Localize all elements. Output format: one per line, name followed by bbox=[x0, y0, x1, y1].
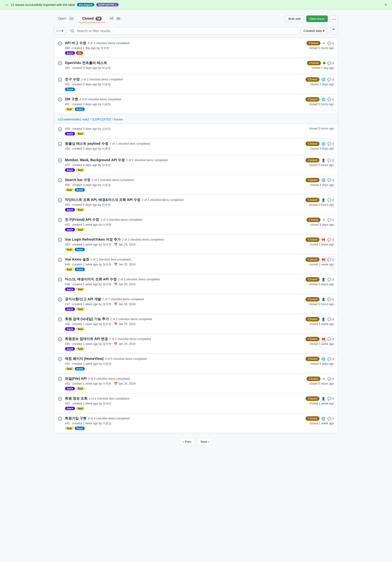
issue-title[interactable]: Member, Mask, Background API 수정 bbox=[65, 158, 125, 162]
tab-all[interactable]: All 68 bbox=[106, 14, 125, 23]
tab-closed[interactable]: Closed 58 bbox=[78, 14, 106, 23]
issue-item: 회원 정보 조회 1 of 1 checklist item completed… bbox=[54, 393, 338, 413]
label-back[interactable]: back bbox=[65, 407, 75, 410]
labels-row: back fix bbox=[65, 51, 292, 55]
issue-title[interactable]: 회원정보 업데이트 API 변경 bbox=[65, 337, 108, 341]
label-feat[interactable]: feat bbox=[76, 387, 85, 390]
issue-right: Closed 💬 0 closed 1 day ago bbox=[295, 61, 334, 70]
issue-title[interactable]: 회원 검색 (닉네임) 기능 추가 bbox=[65, 317, 109, 321]
issue-title[interactable]: OpenVidu 컨트롤러 테스트 bbox=[65, 61, 107, 65]
notification-label1[interactable]: jira-import bbox=[77, 3, 94, 6]
sort-button[interactable]: ▾ bbox=[54, 27, 66, 35]
breadcrumb-project[interactable]: S10P12A702 bbox=[92, 118, 111, 121]
assignee-icon: 👤 bbox=[321, 278, 325, 281]
notification-label2[interactable]: S10P12A702-1 bbox=[96, 3, 119, 6]
label-back[interactable]: back bbox=[65, 327, 75, 331]
label-back[interactable]: back bbox=[65, 347, 75, 351]
issue-title-line: 친구(Friend) API 수정 3 of 3 checklist items… bbox=[65, 218, 292, 222]
label-back[interactable]: back bbox=[65, 228, 75, 231]
issue-meta: #50 · created 1 week ago by 정우헌 · 📅 Jan … bbox=[65, 243, 292, 247]
label-back[interactable]: back bbox=[65, 208, 75, 211]
issue-content: DM 구현 6 of 6 checklist items completed #… bbox=[65, 97, 292, 111]
next-page-button[interactable]: Next › bbox=[197, 438, 213, 445]
label-feat[interactable]: feat bbox=[65, 268, 74, 271]
label-front[interactable]: front bbox=[75, 188, 85, 192]
issue-title[interactable]: Search bar 수정 bbox=[65, 178, 90, 182]
label-feat[interactable]: feat bbox=[65, 427, 74, 430]
sort-direction-button[interactable] bbox=[330, 27, 338, 35]
issue-title[interactable]: 공지사항/신고 API 개발 bbox=[65, 297, 101, 301]
right-icons: Closed 🌐 💬 0 bbox=[306, 178, 334, 182]
label-feat[interactable]: feat bbox=[65, 248, 74, 251]
issue-title[interactable]: 회원 정보 조회 bbox=[65, 396, 87, 401]
issue-content: Vue Axios 설정 1 of 1 checklist item compl… bbox=[65, 257, 292, 271]
assignee-icon: ☀ bbox=[322, 41, 325, 45]
issue-title[interactable]: 마스크, 배경이미지 조회 API 수정 bbox=[65, 277, 117, 282]
issue-title[interactable]: 파일(File) API bbox=[65, 377, 87, 381]
issue-icon bbox=[58, 258, 62, 262]
issue-title[interactable]: Vue Axios 설정 bbox=[65, 257, 89, 262]
prev-page-button[interactable]: ‹ Prev bbox=[179, 438, 195, 445]
notification-close-button[interactable]: × bbox=[384, 2, 387, 7]
label-back[interactable]: back bbox=[65, 307, 75, 311]
label-front[interactable]: front bbox=[75, 248, 85, 251]
comment-icon: 💬 0 bbox=[327, 178, 334, 182]
assignee-icon: 🌐 bbox=[321, 178, 325, 182]
label-front[interactable]: front bbox=[75, 107, 85, 111]
created-date-button[interactable]: Created date ▾ bbox=[300, 27, 328, 34]
label-front[interactable]: front bbox=[65, 88, 75, 91]
label-back[interactable]: back bbox=[65, 51, 75, 55]
issue-title[interactable]: 친구(Friend) API 수정 bbox=[65, 218, 99, 222]
closed-badge: Closed bbox=[306, 198, 319, 202]
issue-right: Closed ☀ 💬 0 closed 5 hours ago bbox=[295, 377, 334, 385]
closed-badge: Closed bbox=[306, 416, 319, 421]
more-actions-button[interactable] bbox=[330, 15, 338, 22]
issue-title[interactable]: 회원가입 구현 bbox=[65, 416, 86, 421]
issue-icon bbox=[58, 61, 62, 66]
label-back[interactable]: back bbox=[65, 288, 75, 291]
label-feat[interactable]: feat bbox=[65, 367, 74, 370]
issue-title[interactable]: Vue Login RefreshToken 저장 추가 bbox=[65, 237, 121, 242]
label-feat[interactable]: feat bbox=[65, 107, 74, 111]
label-feat[interactable]: feat bbox=[76, 288, 85, 291]
label-feat[interactable]: feat bbox=[76, 347, 85, 351]
label-front[interactable]: front bbox=[75, 367, 85, 370]
comment-icon: 💬 0 bbox=[327, 41, 334, 45]
issue-title[interactable]: API 버그 수정 bbox=[65, 41, 86, 45]
issue-title[interactable]: 친구 수정 bbox=[65, 77, 80, 82]
label-feat[interactable]: feat bbox=[76, 228, 85, 231]
label-feat[interactable]: feat bbox=[76, 327, 85, 331]
svg-point-1 bbox=[334, 19, 334, 20]
label-feat[interactable]: feat bbox=[76, 407, 85, 410]
breadcrumb-repo[interactable]: s10-webmobile1-sub2 bbox=[58, 118, 89, 121]
label-front[interactable]: front bbox=[75, 427, 85, 430]
label-back[interactable]: back bbox=[65, 387, 75, 390]
issue-title[interactable]: 차단리스트 조회 API, 배경&마스크 조회 API 수정 bbox=[65, 198, 140, 202]
label-feat[interactable]: feat bbox=[76, 132, 85, 135]
more-icon bbox=[332, 19, 336, 20]
label-feat[interactable]: feat bbox=[65, 188, 74, 192]
label-back[interactable]: back bbox=[65, 132, 75, 135]
issue-item: Member, Mask, Background API 수정 2 of 2 c… bbox=[54, 155, 338, 175]
label-feat[interactable]: feat bbox=[76, 307, 85, 311]
search-input-wrapper bbox=[68, 27, 298, 35]
label-front[interactable]: front bbox=[75, 268, 85, 271]
closed-badge: Closed bbox=[306, 218, 320, 222]
issue-title-line: 차단리스트 조회 API, 배경&마스크 조회 API 수정 2 of 2 ch… bbox=[65, 198, 292, 202]
issue-title[interactable]: 매칭 페이지 (HomeView) bbox=[65, 357, 104, 361]
tab-open[interactable]: Open 10 bbox=[54, 14, 78, 23]
label-back[interactable]: back bbox=[65, 168, 75, 172]
issue-item: 회원정보 업데이트 API 변경 2 of 2 checklist items … bbox=[54, 334, 338, 354]
new-issue-button[interactable]: New issue bbox=[306, 15, 328, 22]
issue-title[interactable]: 동물상 테스트 payload 수정 bbox=[65, 142, 108, 146]
label-feat[interactable]: feat bbox=[76, 208, 85, 211]
issue-right: Closed 👤 💬 0 closed 5 hours ago bbox=[295, 198, 334, 207]
search-input[interactable] bbox=[68, 27, 298, 35]
right-icons: Closed 🌐 💬 0 bbox=[306, 142, 334, 146]
issue-right: Closed 👤 💬 0 closed 1 week ago bbox=[295, 396, 334, 405]
label-fix[interactable]: fix bbox=[76, 51, 83, 55]
issue-title-line: OpenVidu 컨트롤러 테스트 bbox=[65, 61, 292, 65]
bulk-edit-button[interactable]: Bulk edit bbox=[285, 15, 304, 22]
issue-title[interactable]: DM 구현 bbox=[65, 97, 78, 102]
label-feat[interactable]: feat bbox=[76, 168, 85, 172]
